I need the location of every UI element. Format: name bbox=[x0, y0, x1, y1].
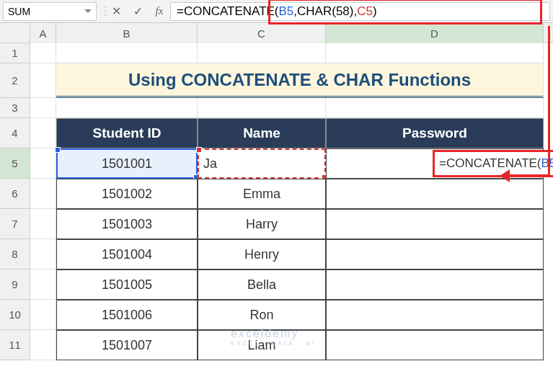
arrow-head-icon bbox=[500, 169, 510, 182]
formula-text-prefix: =CONCATENATE( bbox=[177, 4, 279, 19]
cell-a10[interactable] bbox=[30, 300, 56, 330]
cell-a9[interactable] bbox=[30, 270, 56, 300]
col-header-b[interactable]: B bbox=[56, 23, 198, 43]
row-header-11[interactable]: 11 bbox=[0, 330, 30, 360]
cell-a11[interactable] bbox=[30, 330, 56, 360]
overlay-prefix: =CONCATENATE( bbox=[439, 156, 541, 171]
col-header-a[interactable]: A bbox=[30, 23, 56, 43]
cell-b7[interactable]: 1501003 bbox=[56, 209, 198, 239]
row-7: 7 1501003 Harry bbox=[0, 209, 553, 239]
watermark-top: exceldemy bbox=[231, 327, 316, 340]
fx-icon[interactable]: fx bbox=[149, 2, 170, 21]
cell-d6[interactable] bbox=[326, 179, 544, 209]
cell-c5[interactable]: Ja =CONCATENATE(B5,CHAR(58),C5) bbox=[198, 148, 326, 179]
row-header-3[interactable]: 3 bbox=[0, 98, 30, 118]
arrow-connector-vert bbox=[548, 26, 550, 176]
cell-c10[interactable]: Ron bbox=[198, 300, 326, 330]
cell-b8[interactable]: 1501004 bbox=[56, 239, 198, 270]
cell-c6[interactable]: Emma bbox=[198, 179, 326, 209]
cell-c9[interactable]: Bella bbox=[198, 270, 326, 300]
chevron-down-icon[interactable] bbox=[84, 9, 92, 13]
row-2: 2 Using CONCATENATE & CHAR Functions bbox=[0, 63, 553, 98]
row-header-7[interactable]: 7 bbox=[0, 209, 30, 239]
row-5: 5 1501001 Ja =CONCATENATE(B5,CHAR(58),C5… bbox=[0, 148, 553, 179]
watermark-bottom: EXCEL · DATA · BI bbox=[231, 340, 316, 347]
cell-d11[interactable] bbox=[326, 330, 544, 360]
row-9: 9 1501005 Bella bbox=[0, 270, 553, 300]
header-name[interactable]: Name bbox=[198, 118, 326, 148]
formula-overlay-d5: =CONCATENATE(B5,CHAR(58),C5) bbox=[433, 150, 553, 177]
name-box-value: SUM bbox=[8, 6, 84, 17]
cell-b10[interactable]: 1501006 bbox=[56, 300, 198, 330]
row-1: 1 bbox=[0, 43, 553, 63]
row-header-4[interactable]: 4 bbox=[0, 118, 30, 148]
row-4: 4 Student ID Name Password bbox=[0, 118, 553, 148]
cell-c7[interactable]: Harry bbox=[198, 209, 326, 239]
cell-c3[interactable] bbox=[198, 98, 326, 118]
row-header-6[interactable]: 6 bbox=[0, 179, 30, 209]
name-box[interactable]: SUM bbox=[3, 2, 97, 21]
cell-b1[interactable] bbox=[56, 43, 198, 63]
header-student-id[interactable]: Student ID bbox=[56, 118, 198, 148]
cell-c8[interactable]: Henry bbox=[198, 239, 326, 270]
cell-a4[interactable] bbox=[30, 118, 56, 148]
cell-c1[interactable] bbox=[198, 43, 326, 63]
row-header-9[interactable]: 9 bbox=[0, 270, 30, 300]
cell-a2[interactable] bbox=[30, 63, 56, 98]
row-8: 8 1501004 Henry bbox=[0, 239, 553, 270]
cell-d8[interactable] bbox=[326, 239, 544, 270]
cell-b11[interactable]: 1501007 bbox=[56, 330, 198, 360]
cell-a6[interactable] bbox=[30, 179, 56, 209]
formula-text-mid: ,CHAR(58), bbox=[293, 4, 357, 19]
header-password[interactable]: Password bbox=[326, 118, 544, 148]
row-10: 10 1501006 Ron bbox=[0, 300, 553, 330]
col-header-c[interactable]: C bbox=[198, 23, 326, 43]
cell-a3[interactable] bbox=[30, 98, 56, 118]
row-header-2[interactable]: 2 bbox=[0, 63, 30, 98]
arrow-connector-horz bbox=[508, 174, 550, 177]
cell-b3[interactable] bbox=[56, 98, 198, 118]
watermark: exceldemy EXCEL · DATA · BI bbox=[231, 327, 316, 347]
cell-d3[interactable] bbox=[326, 98, 544, 118]
cell-d9[interactable] bbox=[326, 270, 544, 300]
row-header-1[interactable]: 1 bbox=[0, 43, 30, 63]
title-cell[interactable]: Using CONCATENATE & CHAR Functions bbox=[56, 63, 544, 98]
cancel-icon[interactable]: ✕ bbox=[105, 2, 127, 21]
column-headers: A B C D bbox=[0, 23, 553, 43]
formula-ref-b5: B5 bbox=[279, 4, 294, 19]
cell-d10[interactable] bbox=[326, 300, 544, 330]
enter-icon[interactable]: ✓ bbox=[127, 2, 149, 21]
col-header-d[interactable]: D bbox=[326, 23, 544, 43]
formula-text-suffix: ) bbox=[373, 4, 377, 19]
cell-d7[interactable] bbox=[326, 209, 544, 239]
formula-ref-c5: C5 bbox=[357, 4, 373, 19]
row-6: 6 1501002 Emma bbox=[0, 179, 553, 209]
cell-b9[interactable]: 1501005 bbox=[56, 270, 198, 300]
divider: ⋮ bbox=[99, 4, 105, 18]
cell-d1[interactable] bbox=[326, 43, 544, 63]
cell-b6[interactable]: 1501002 bbox=[56, 179, 198, 209]
select-all-corner[interactable] bbox=[0, 23, 30, 43]
row-header-10[interactable]: 10 bbox=[0, 300, 30, 330]
formula-bar: SUM ⋮ ✕ ✓ fx =CONCATENATE(B5,CHAR(58),C5… bbox=[0, 0, 553, 23]
overlay-ref-b5: B5 bbox=[541, 156, 553, 171]
cell-a8[interactable] bbox=[30, 239, 56, 270]
cell-a5[interactable] bbox=[30, 148, 56, 179]
row-header-5[interactable]: 5 bbox=[0, 148, 30, 179]
cell-b5[interactable]: 1501001 bbox=[56, 148, 198, 179]
cell-a7[interactable] bbox=[30, 209, 56, 239]
formula-input[interactable]: =CONCATENATE(B5,CHAR(58),C5) bbox=[170, 2, 550, 21]
cell-c5-partial: Ja bbox=[203, 156, 217, 172]
row-header-8[interactable]: 8 bbox=[0, 239, 30, 270]
row-3: 3 bbox=[0, 98, 553, 118]
spreadsheet: A B C D 1 2 Using CONCATENATE & CHAR Fun… bbox=[0, 23, 553, 360]
cell-a1[interactable] bbox=[30, 43, 56, 63]
